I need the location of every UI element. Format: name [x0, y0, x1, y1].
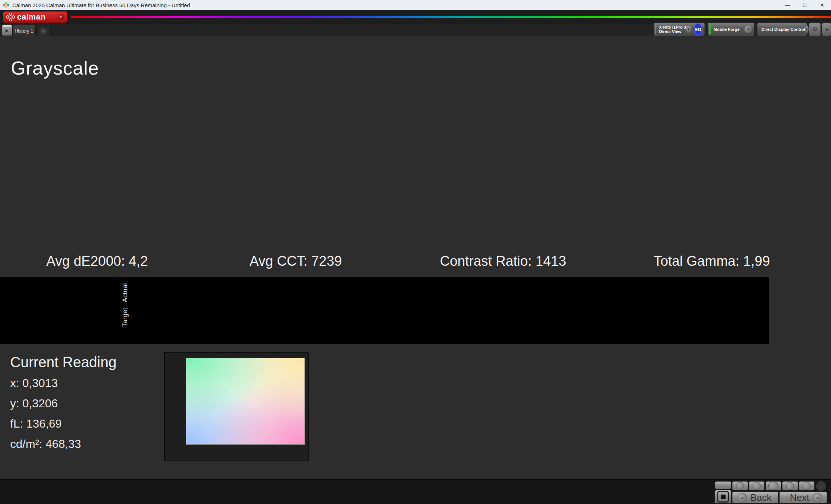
add-tab-button[interactable]: +: [36, 26, 51, 36]
stat-contrast-ratio: Contrast Ratio: 1413: [440, 253, 566, 269]
series-measure-button[interactable]: [765, 481, 781, 491]
stop-measure-button[interactable]: [732, 481, 748, 491]
display-control-dropdown[interactable]: Direct Display Control ▼: [757, 22, 807, 36]
title-bar: Calman 2025 Calman Ultimate for Business…: [0, 0, 831, 10]
display-control-name: Direct Display Control: [761, 27, 805, 32]
meter-count-badge: 641: [694, 23, 702, 35]
refresh-measure-button[interactable]: [799, 481, 815, 491]
grayscale-swatch-strip: Actual Target: [0, 277, 769, 344]
stat-avg-de2000: Avg dE2000: 4,2: [46, 253, 148, 269]
chevron-down-icon: ▼: [58, 14, 64, 20]
series-icon: [768, 482, 778, 490]
gamma-loglog-chart: [513, 67, 831, 249]
reading-x: x: 0,3013: [10, 377, 58, 390]
rainbow-gradient-bar: [71, 16, 831, 18]
actual-row-label: Actual: [121, 280, 129, 306]
reading-fl: fL: 136,69: [10, 417, 62, 430]
stat-avg-cct: Avg CCT: 7239: [250, 253, 342, 269]
chevron-left-icon: ◀: [825, 27, 828, 32]
status-led: [816, 481, 826, 491]
play-measure-button[interactable]: [749, 481, 765, 491]
app-window: Calman 2025 Calman Ultimate for Business…: [0, 0, 831, 504]
tab-history-1[interactable]: History 1: [12, 25, 36, 36]
cie-gamut-plot: [186, 358, 305, 445]
chevron-down-icon: ▼: [744, 25, 752, 33]
expand-up-button[interactable]: [715, 481, 731, 489]
next-button[interactable]: Next »: [779, 491, 827, 504]
cie-chromaticity-panel: [164, 352, 309, 461]
settings-button[interactable]: ⚙: [809, 22, 821, 36]
infinity-icon: [786, 482, 794, 490]
calman-wordmark: calman: [17, 12, 46, 22]
calman-app-icon: [3, 2, 9, 8]
source-status-stripe: [709, 24, 711, 34]
pattern-window-icon: [717, 491, 729, 503]
chevron-double-right-icon: »: [813, 493, 822, 502]
continuous-measure-button[interactable]: [782, 481, 798, 491]
gear-icon: ⚙: [812, 26, 818, 33]
stop-icon: [736, 482, 744, 490]
reading-cdm2: cd/m²: 468,33: [10, 437, 81, 451]
close-button[interactable]: ✕: [814, 0, 831, 10]
next-label: Next: [790, 492, 809, 503]
source-name: Mobile Forge: [714, 27, 740, 32]
meter-mode: Direct View: [659, 29, 681, 34]
tab-row: [0, 24, 831, 36]
collapse-panel-button[interactable]: ◀: [822, 22, 831, 36]
window-pattern-button[interactable]: [715, 490, 731, 504]
deltae2000-bar-chart: [8, 100, 184, 249]
meter-status-stripe: [655, 24, 656, 34]
target-row-label: Target: [121, 305, 129, 330]
plus-icon: +: [40, 28, 47, 34]
chevron-double-left-icon: «: [737, 493, 747, 502]
calman-menu-button[interactable]: calman ▼: [3, 11, 67, 23]
chevron-down-icon: ▼: [686, 25, 691, 33]
source-dropdown[interactable]: Mobile Forge ▼: [707, 22, 755, 36]
chevron-down-icon: ▼: [805, 25, 809, 33]
refresh-icon: [803, 482, 811, 490]
back-label: Back: [751, 492, 772, 503]
back-button[interactable]: « Back: [732, 491, 778, 504]
workflow-play-button[interactable]: ▶: [2, 25, 12, 36]
rgb-balance-chart: [200, 67, 504, 249]
current-reading-title: Current Reading: [10, 354, 117, 370]
maximize-button[interactable]: □: [796, 0, 813, 10]
cie-overlay: [186, 358, 304, 444]
meter-name: X-Rite i1Pro 3: [659, 25, 686, 29]
patch-toolbar: « Back Next »: [0, 479, 831, 504]
calman-diamond-icon: [6, 13, 15, 21]
play-icon: [753, 482, 761, 490]
logo-row: calman ▼: [0, 10, 831, 24]
window-title: Calman 2025 Calman Ultimate for Business…: [12, 2, 190, 8]
page-title: Grayscale: [11, 57, 99, 79]
stat-total-gamma: Total Gamma: 1,99: [653, 253, 770, 269]
minimize-button[interactable]: —: [779, 0, 796, 10]
meter-dropdown[interactable]: X-Rite i1Pro 3 Direct View ▼ 641: [653, 22, 705, 36]
reading-y: y: 0,3206: [10, 397, 58, 410]
